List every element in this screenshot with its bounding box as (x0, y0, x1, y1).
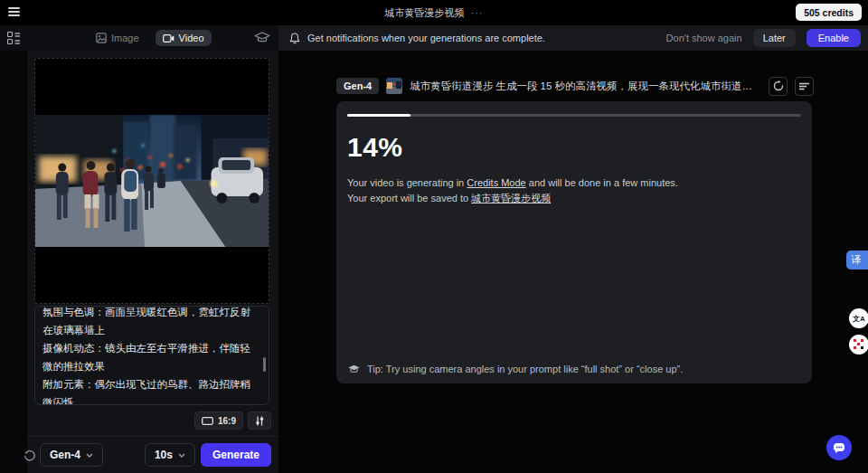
tab-image[interactable]: Image (89, 30, 146, 46)
tab-video-label: Video (179, 33, 204, 43)
dashboard-icon[interactable] (7, 32, 20, 44)
extension-button[interactable] (849, 335, 868, 355)
list-lines-icon (799, 82, 809, 90)
support-chat-button[interactable] (826, 435, 852, 460)
chat-bubble-icon (833, 442, 845, 454)
model-badge: Gen-4 (336, 78, 379, 94)
generation-bar: Gen-4 10s Generate (27, 436, 278, 473)
duration-dropdown[interactable]: 10s (145, 443, 195, 467)
title-area: 城市黄昏漫步视频 ··· (0, 0, 868, 25)
top-bar: 城市黄昏漫步视频 ··· 505 credits (0, 0, 868, 25)
task-thumbnail (386, 78, 402, 94)
red-extension-icon (853, 338, 865, 351)
project-title: 城市黄昏漫步视频 (385, 6, 465, 20)
prompt-textarea[interactable]: 氛围与色调：画面呈现暖红色调，霓虹灯反射在玻璃幕墙上 摄像机动态：镜头由左至右平… (34, 306, 269, 405)
format-controls: 16:9 (194, 412, 271, 430)
input-image-preview[interactable] (34, 58, 269, 304)
tip-cap-icon (347, 364, 361, 374)
translate-glyph: 文A (853, 314, 865, 324)
aspect-ratio-button[interactable]: 16:9 (194, 412, 243, 430)
status-text: Your video is generating in Credits Mode… (347, 175, 801, 206)
generate-button[interactable]: Generate (201, 443, 271, 467)
chevron-down-icon (178, 453, 185, 458)
progress-fill (347, 114, 410, 117)
export-project-link[interactable]: 城市黄昏漫步视频 (471, 193, 551, 203)
tip-text: Tip: Try using camera angles in your pro… (367, 364, 683, 374)
task-prompt-text: 城市黄昏街道漫步 生成一段 15 秒的高清视频，展现一条现代化城市街道在傍晚时分… (410, 80, 761, 93)
media-tabs: Image Video (89, 28, 212, 48)
status-line1-prefix: Your video is generating in (347, 177, 467, 188)
title-more-menu[interactable]: ··· (471, 7, 484, 18)
session-area: Gen-4 城市黄昏街道漫步 生成一段 15 秒的高清视频，展现一条现代化城市街… (278, 51, 868, 473)
app-window: 城市黄昏漫步视频 ··· 505 credits Image (0, 0, 868, 473)
tab-image-label: Image (111, 33, 139, 43)
model-value: Gen-4 (50, 449, 80, 461)
model-dropdown[interactable]: Gen-4 (40, 443, 103, 467)
left-rail (0, 51, 27, 473)
settings-sliders-button[interactable] (248, 412, 271, 430)
mode-toolbar: Image Video (0, 25, 278, 51)
generation-task-row: Gen-4 城市黄昏街道漫步 生成一段 15 秒的高清视频，展现一条现代化城市街… (336, 76, 814, 96)
notification-banner: Get notifications when your generations … (278, 25, 868, 51)
tip-row: Tip: Try using camera angles in your pro… (347, 364, 683, 374)
progress-percent: 14% (347, 132, 801, 163)
status-line1-suffix: and will be done in a few minutes. (526, 177, 678, 188)
video-camera-icon (163, 33, 175, 43)
notification-message: Get notifications when your generations … (307, 33, 545, 43)
aspect-ratio-value: 16:9 (218, 416, 236, 426)
prompt-scrollbar[interactable] (263, 357, 266, 372)
later-button[interactable]: Later (753, 29, 796, 47)
status-line2-prefix: Your export will be saved to (347, 193, 471, 203)
enable-button[interactable]: Enable (807, 29, 861, 47)
progress-bar (347, 114, 801, 117)
queue-list-button[interactable] (795, 77, 814, 96)
aspect-ratio-icon (202, 417, 213, 425)
sliders-icon (255, 416, 264, 426)
translate-extension-button[interactable]: 文A (849, 308, 868, 328)
generation-progress-card: 14% Your video is generating in Credits … (336, 101, 812, 383)
credits-button[interactable]: 505 credits (796, 4, 862, 21)
translate-badge-button[interactable]: 译 (846, 251, 868, 270)
duration-value: 10s (155, 449, 173, 461)
rerun-button[interactable] (769, 77, 788, 96)
prompt-text: 氛围与色调：画面呈现暖红色调，霓虹灯反射在玻璃幕墙上 摄像机动态：镜头由左至右平… (42, 306, 259, 405)
dont-show-again-link[interactable]: Don't show again (666, 33, 742, 43)
city-street-photo (35, 115, 269, 247)
bell-icon (289, 33, 300, 44)
learn-cap-icon[interactable] (254, 31, 270, 45)
chevron-down-icon (86, 453, 93, 458)
notification-actions: Don't show again Later Enable (666, 29, 868, 47)
tab-video[interactable]: Video (156, 30, 212, 46)
credits-mode-link[interactable]: Credits Mode (467, 177, 525, 188)
image-icon (96, 33, 107, 43)
composer-panel: 氛围与色调：画面呈现暖红色调，霓虹灯反射在玻璃幕墙上 摄像机动态：镜头由左至右平… (27, 51, 278, 473)
refresh-icon (773, 80, 784, 91)
undo-history-icon[interactable] (24, 449, 36, 462)
